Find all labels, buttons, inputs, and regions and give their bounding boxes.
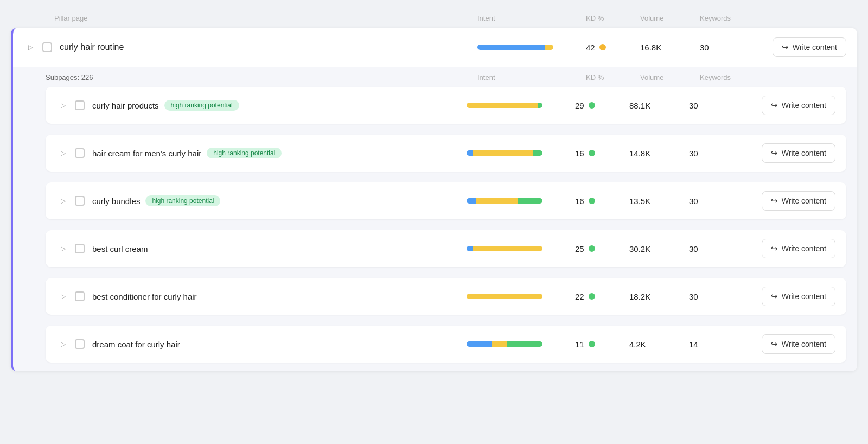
write-icon: ↪ [771, 148, 778, 158]
table-row: ▷ curly bundles high ranking potential 1… [46, 182, 846, 219]
table-row: ▷ best curl cream 25 30.2K 30 ↪ Write co… [46, 230, 846, 267]
write-icon: ↪ [771, 339, 778, 349]
sub-kd-dot [589, 102, 595, 109]
sub-expand-btn[interactable]: ▷ [56, 338, 69, 351]
sub-title: best curl cream [92, 244, 467, 253]
sub-kd: 22 [575, 292, 584, 301]
sub-intent-bar [467, 294, 575, 299]
col-kd-header: KD % [586, 14, 640, 22]
sub-intent-bar [467, 150, 575, 156]
sub-write-button[interactable]: ↪ Write content [762, 191, 835, 211]
table-row: ▷ best conditioner for curly hair 22 18.… [46, 278, 846, 315]
sub-volume: 13.5K [629, 196, 689, 206]
sub-kd-dot [589, 150, 595, 156]
sub-write-button[interactable]: ↪ Write content [762, 143, 835, 163]
pillar-title: curly hair routine [60, 42, 124, 52]
pillar-volume: 16.8K [640, 43, 700, 52]
sub-write-label: Write content [782, 292, 826, 301]
sub-col-intent: Intent [477, 73, 586, 81]
sub-kd-dot [589, 245, 595, 252]
write-icon: ↪ [771, 100, 778, 110]
sub-keywords: 14 [689, 340, 749, 349]
write-icon: ↪ [771, 291, 778, 301]
col-pillar-header: Pillar page [54, 14, 477, 22]
sub-kd-dot [589, 293, 595, 300]
sub-write-button[interactable]: ↪ Write content [762, 334, 835, 354]
sub-write-button[interactable]: ↪ Write content [762, 96, 835, 115]
sub-title: dream coat for curly hair [92, 340, 467, 349]
high-ranking-badge: high ranking potential [145, 195, 220, 206]
pillar-intent-bar [477, 45, 586, 50]
sub-title: curly hair products high ranking potenti… [92, 100, 467, 111]
sub-checkbox[interactable] [75, 291, 85, 301]
pillar-keywords: 30 [700, 43, 760, 52]
sub-kd: 11 [575, 340, 584, 349]
sub-checkbox[interactable] [75, 100, 85, 110]
sub-write-label: Write content [782, 101, 826, 110]
pillar-expand-btn[interactable]: ▷ [24, 41, 37, 54]
sub-volume: 88.1K [629, 101, 689, 110]
col-volume-header: Volume [640, 14, 700, 22]
sub-title: hair cream for men's curly hair high ran… [92, 148, 467, 158]
sub-write-label: Write content [782, 340, 826, 348]
sub-col-volume: Volume [640, 73, 700, 81]
sub-intent-bar [467, 246, 575, 251]
sub-write-button[interactable]: ↪ Write content [762, 239, 835, 258]
pillar-kd-dot [599, 44, 606, 50]
sub-keywords: 30 [689, 196, 749, 206]
sub-write-label: Write content [782, 244, 826, 253]
sub-expand-btn[interactable]: ▷ [56, 242, 69, 255]
sub-checkbox[interactable] [75, 148, 85, 158]
write-icon: ↪ [771, 244, 778, 253]
sub-checkbox[interactable] [75, 339, 85, 349]
pillar-write-button[interactable]: ↪ Write content [773, 37, 846, 57]
sub-keywords: 30 [689, 149, 749, 158]
write-icon: ↪ [782, 42, 789, 52]
sub-checkbox[interactable] [75, 244, 85, 253]
table-row: ▷ hair cream for men's curly hair high r… [46, 135, 846, 172]
col-intent-header: Intent [477, 14, 586, 22]
sub-keywords: 30 [689, 101, 749, 110]
sub-volume: 30.2K [629, 244, 689, 253]
subpages-label: Subpages: [46, 73, 79, 81]
high-ranking-badge: high ranking potential [207, 148, 282, 158]
sub-col-keywords: Keywords [700, 73, 760, 81]
sub-expand-btn[interactable]: ▷ [56, 147, 69, 160]
sub-kd: 29 [575, 101, 584, 110]
sub-kd: 16 [575, 149, 584, 158]
sub-keywords: 30 [689, 244, 749, 253]
pillar-checkbox[interactable] [42, 42, 52, 52]
col-keywords-header: Keywords [700, 14, 760, 22]
table-row: ▷ dream coat for curly hair 11 4.2K 14 ↪… [46, 326, 846, 363]
sub-volume: 4.2K [629, 340, 689, 349]
subpages-count: 226 [81, 73, 93, 81]
high-ranking-badge: high ranking potential [164, 100, 239, 111]
sub-write-label: Write content [782, 149, 826, 157]
write-icon: ↪ [771, 196, 778, 206]
sub-kd: 25 [575, 244, 584, 253]
sub-col-kd: KD % [586, 73, 640, 81]
pillar-kd: 42 [586, 43, 595, 52]
sub-intent-bar [467, 103, 575, 108]
sub-kd: 16 [575, 196, 584, 206]
sub-kd-dot [589, 341, 595, 347]
sub-intent-bar [467, 341, 575, 347]
sub-title: curly bundles high ranking potential [92, 195, 467, 206]
sub-expand-btn[interactable]: ▷ [56, 194, 69, 207]
pillar-write-label: Write content [793, 43, 837, 52]
sub-kd-dot [589, 198, 595, 204]
sub-write-label: Write content [782, 196, 826, 205]
sub-write-button[interactable]: ↪ Write content [762, 287, 835, 306]
sub-volume: 18.2K [629, 292, 689, 301]
sub-expand-btn[interactable]: ▷ [56, 290, 69, 303]
table-row: ▷ curly hair products high ranking poten… [46, 87, 846, 124]
sub-expand-btn[interactable]: ▷ [56, 99, 69, 112]
sub-volume: 14.8K [629, 149, 689, 158]
sub-keywords: 30 [689, 292, 749, 301]
sub-checkbox[interactable] [75, 196, 85, 206]
sub-intent-bar [467, 198, 575, 204]
sub-title: best conditioner for curly hair [92, 292, 467, 301]
